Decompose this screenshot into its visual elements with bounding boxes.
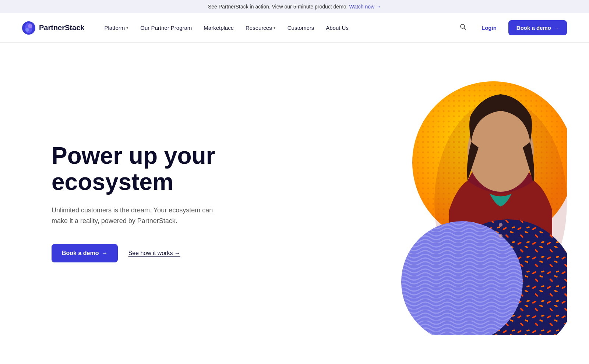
announcement-bar: See PartnerStack in action. View our 5-m… [0, 0, 589, 13]
svg-point-22 [499, 223, 502, 227]
svg-point-2 [28, 24, 32, 28]
hero-title: Power up your ecosystem [52, 143, 243, 195]
resources-chevron: ▾ [274, 25, 276, 30]
svg-line-5 [464, 28, 466, 30]
logo-icon [22, 21, 35, 35]
search-icon [459, 23, 467, 31]
announcement-text: See PartnerStack in action. View our 5-m… [208, 4, 348, 10]
nav-platform[interactable]: Platform ▾ [99, 22, 134, 34]
nav-customers[interactable]: Customers [282, 22, 320, 34]
hero-illustration [331, 43, 589, 363]
nav-partner-program[interactable]: Our Partner Program [135, 22, 197, 34]
platform-chevron: ▾ [126, 25, 128, 30]
nav-about-us[interactable]: About Us [321, 22, 354, 34]
navigation: PartnerStack Platform ▾ Our Partner Prog… [0, 13, 589, 43]
nav-marketplace[interactable]: Marketplace [198, 22, 239, 34]
hero-content: Power up your ecosystem Unlimited custom… [52, 143, 243, 262]
logo-text: PartnerStack [39, 24, 84, 32]
svg-point-23 [499, 234, 502, 238]
hero-subtitle: Unlimited customers is the dream. Your e… [52, 205, 221, 226]
login-button[interactable]: Login [476, 22, 502, 34]
nav-actions: Login Book a demo → [456, 20, 567, 35]
svg-point-3 [25, 28, 29, 32]
nav-book-demo-button[interactable]: Book a demo → [508, 20, 567, 35]
book-demo-button[interactable]: Book a demo → [52, 244, 118, 262]
hero-section: Power up your ecosystem Unlimited custom… [0, 43, 589, 363]
search-button[interactable] [456, 20, 470, 35]
nav-resources[interactable]: Resources ▾ [240, 22, 281, 34]
hero-buttons: Book a demo → See how it works → [52, 244, 243, 262]
hero-graphic [353, 78, 567, 335]
illustration-container [353, 78, 567, 335]
logo[interactable]: PartnerStack [22, 21, 84, 35]
watch-now-link[interactable]: Watch now [349, 4, 381, 10]
see-how-link[interactable]: See how it works → [128, 250, 180, 257]
nav-links: Platform ▾ Our Partner Program Marketpla… [99, 22, 456, 34]
